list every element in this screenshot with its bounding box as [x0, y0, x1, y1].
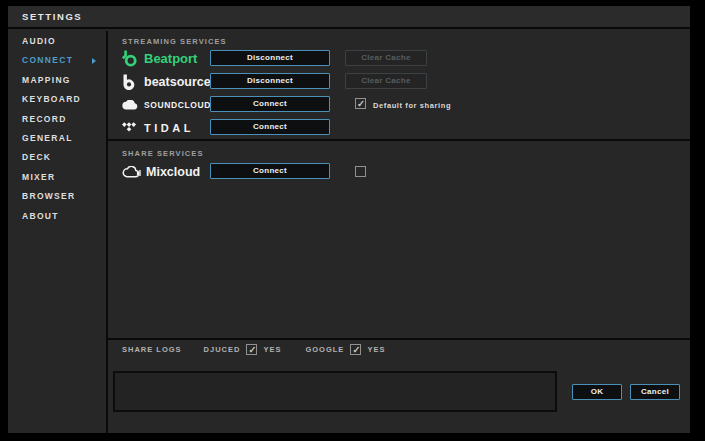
service-name: SOUNDCLOUD [144, 100, 211, 110]
check-icon: ✓ [352, 344, 360, 355]
sidebar-item-connect[interactable]: CONNECT [8, 51, 106, 70]
ok-button[interactable]: OK [572, 384, 622, 400]
google-logs-value: YES [367, 345, 385, 354]
check-icon: ✓ [248, 344, 256, 355]
google-logs-checkbox[interactable]: ✓ [350, 344, 361, 355]
page-title: SETTINGS [8, 6, 690, 28]
sidebar-item-keyboard[interactable]: KEYBOARD [8, 90, 106, 109]
streaming-services-header: STREAMING SERVICES [122, 37, 227, 46]
beatport-clear-cache-button[interactable]: Clear Cache [345, 50, 427, 66]
djuced-logs-checkbox[interactable]: ✓ [246, 344, 257, 355]
share-logs-label: SHARE LOGS [122, 345, 182, 354]
mixcloud-connect-button[interactable]: Connect [210, 163, 330, 179]
sidebar-item-mapping[interactable]: MAPPING [8, 71, 106, 90]
sidebar: AUDIO CONNECT MAPPING KEYBOARD RECORD GE… [8, 32, 106, 433]
mixcloud-row: Mixcloud [122, 163, 200, 180]
tidal-row: TIDAL [122, 119, 194, 136]
share-services-header: SHARE SERVICES [122, 149, 204, 158]
djuced-label: DJUCED [204, 345, 241, 354]
default-for-sharing-checkbox[interactable]: ✓ [355, 98, 366, 109]
mixcloud-sharing-checkbox[interactable]: ✓ [355, 166, 366, 177]
footer-divider [108, 338, 690, 340]
beatport-icon [122, 50, 144, 67]
active-indicator-icon [92, 58, 96, 64]
title-bar: SETTINGS [8, 6, 690, 29]
section-divider [108, 139, 690, 141]
google-label: GOOGLE [305, 345, 344, 354]
mixcloud-icon [122, 166, 146, 178]
connect-panel: STREAMING SERVICES Beatport Disconnect C… [108, 31, 690, 433]
tidal-connect-button[interactable]: Connect [210, 119, 330, 135]
soundcloud-icon [122, 100, 144, 110]
sidebar-item-browser[interactable]: BROWSER [8, 187, 106, 206]
sidebar-item-mixer[interactable]: MIXER [8, 168, 106, 187]
djuced-logs-value: YES [263, 345, 281, 354]
service-name: TIDAL [144, 122, 194, 134]
soundcloud-connect-button[interactable]: Connect [210, 96, 330, 112]
share-logs-row: SHARE LOGS DJUCED ✓ YES GOOGLE ✓ YES [122, 343, 385, 355]
soundcloud-row: SOUNDCLOUD [122, 96, 211, 113]
settings-window: SETTINGS AUDIO CONNECT MAPPING KEYBOARD … [8, 6, 690, 433]
default-for-sharing-label: Default for sharing [373, 101, 451, 110]
sidebar-item-deck[interactable]: DECK [8, 148, 106, 167]
service-name: Mixcloud [146, 165, 200, 179]
tidal-icon [122, 121, 144, 134]
check-icon: ✓ [357, 98, 365, 109]
sidebar-item-audio[interactable]: AUDIO [8, 32, 106, 51]
sidebar-item-general[interactable]: GENERAL [8, 129, 106, 148]
sidebar-item-label: CONNECT [22, 55, 73, 65]
beatsource-icon [122, 74, 144, 90]
beatsource-disconnect-button[interactable]: Disconnect [210, 73, 330, 89]
beatsource-clear-cache-button[interactable]: Clear Cache [345, 73, 427, 89]
service-name: beatsource [144, 75, 211, 89]
service-name: Beatport [144, 51, 197, 66]
share-logs-textbox[interactable] [113, 371, 557, 412]
cancel-button[interactable]: Cancel [630, 384, 680, 400]
beatport-row: Beatport [122, 50, 197, 67]
beatsource-row: beatsource [122, 73, 211, 90]
sidebar-item-record[interactable]: RECORD [8, 110, 106, 129]
beatport-disconnect-button[interactable]: Disconnect [210, 50, 330, 66]
sidebar-item-about[interactable]: ABOUT [8, 207, 106, 226]
